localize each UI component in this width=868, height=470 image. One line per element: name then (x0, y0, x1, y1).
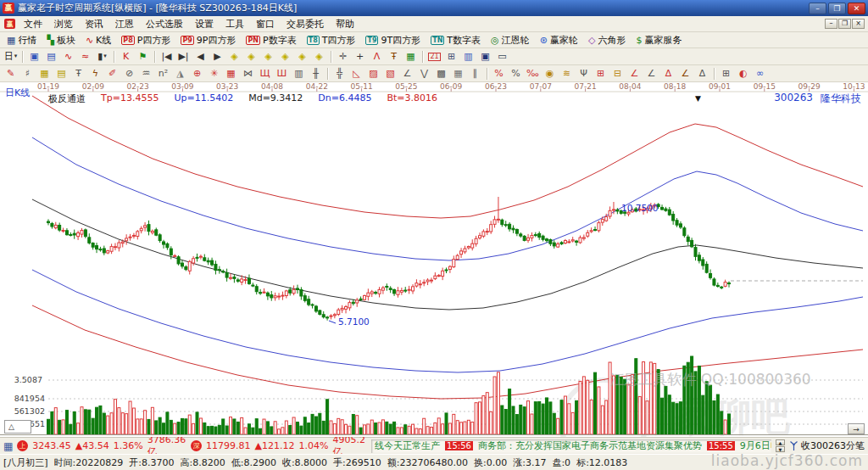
menu-file[interactable]: 文件 (18, 17, 48, 31)
nav-prev-tool-button[interactable]: ◀ (192, 49, 209, 64)
menu-tools[interactable]: 工具 (220, 17, 250, 31)
shaded-box-a-tool-button[interactable]: ▨ (365, 66, 381, 81)
angle-5-tool-button[interactable]: ∆ (694, 66, 710, 81)
nav-next-tool-button[interactable]: ▶ (209, 49, 225, 64)
angle-2-tool-button[interactable]: ∠ (643, 66, 659, 81)
winner-wheel-button[interactable]: ⊛赢家轮 (536, 33, 582, 48)
hexagon-button[interactable]: ◇六角形 (584, 33, 630, 48)
winner-service-button[interactable]: $赢家服务 (632, 33, 686, 48)
p-table-button[interactable]: PNP数字表 (242, 33, 300, 48)
curve-5-tool-button[interactable]: ϟ (87, 66, 103, 81)
gann-text-tool-button[interactable]: Ŧ (386, 49, 402, 64)
gold-grid-tool-button[interactable]: ⊟ (609, 66, 626, 81)
gold-circle-tool-button[interactable]: ◉ (542, 66, 558, 81)
t-table-button[interactable]: TNT数字表 (426, 33, 485, 48)
diamond-h-tool-button[interactable]: ◈ (260, 49, 276, 64)
ticker-up-button[interactable]: ▲ (776, 439, 785, 445)
ticker-down-button[interactable]: ▼ (776, 446, 785, 452)
slash-lines-tool-button[interactable]: ∥ (467, 66, 483, 81)
chart-canvas[interactable]: 01-1902-0902-2303-0903-2304-0804-2205-11… (0, 82, 868, 437)
gold-bars-tool-button[interactable]: ≋ (559, 66, 575, 81)
gann-box-a-tool-button[interactable]: ▦ (36, 66, 53, 81)
hatch-lines-tool-button[interactable]: ♯ (19, 66, 36, 81)
restore-button[interactable]: ❐ (828, 3, 846, 14)
shanghai-index-icon[interactable]: 上 (17, 440, 28, 451)
candle-style-tool-button[interactable]: ▮▾ (94, 49, 110, 64)
k-chart-tool-button[interactable]: K (118, 49, 134, 64)
angle-4-tool-button[interactable]: ∠ (677, 66, 693, 81)
panel-board-tool-button[interactable]: ▥ (460, 49, 476, 64)
red-grid-box-tool-button[interactable]: ▦ (223, 66, 239, 81)
mdi-minimize-button[interactable]: – (825, 19, 837, 29)
9p-square-button[interactable]: P99P四方形 (176, 33, 240, 48)
yin-yang-tool-button[interactable]: ◐ (735, 66, 751, 81)
nav-first-tool-button[interactable]: |◀ (159, 49, 175, 64)
t-bars-tool-button[interactable]: ╫ (308, 66, 324, 81)
fan-rays-tool-button[interactable]: ◺ (348, 66, 364, 81)
green-grid-tool-button[interactable]: ▦ (403, 49, 419, 64)
workstation-tool-button[interactable]: ▭ (494, 49, 510, 64)
menu-window[interactable]: 窗口 (250, 17, 281, 31)
wave-double-tool-button[interactable]: ≈ (77, 49, 93, 64)
wave-label-tool-button[interactable]: Λ (369, 49, 385, 64)
angle-pen-tool-button[interactable]: ∠ (399, 66, 415, 81)
sort-pen-tool-button[interactable]: Ψ (576, 66, 592, 81)
p-square-button[interactable]: P8P四方形 (117, 33, 175, 48)
info-panel-tool-button[interactable]: ▤ (43, 49, 59, 64)
diamond-right-tool-button[interactable]: ◈ (243, 49, 259, 64)
period-day-tool-button[interactable]: 日▾ (3, 49, 19, 64)
mdi-close-button[interactable]: × (852, 19, 865, 29)
shaded-box-b-tool-button[interactable]: ▧ (382, 66, 398, 81)
shaded-grid-tool-button[interactable]: ▦ (450, 66, 466, 81)
pagoda-b-tool-button[interactable]: Ш (274, 66, 290, 81)
menu-formula-stock-pick[interactable]: 公式选股 (140, 17, 189, 31)
scroll-right-button[interactable]: → (848, 423, 865, 434)
menu-help[interactable]: 帮助 (330, 17, 360, 31)
zoom-window-tool-button[interactable]: ▣ (26, 49, 42, 64)
mdi-restore-button[interactable]: ❐ (838, 19, 851, 29)
circle-slash-tool-button[interactable]: ⊘ (121, 66, 137, 81)
pencil-tool-button[interactable]: ✎ (3, 66, 19, 81)
protractor-tool-button[interactable]: ◮ (172, 66, 188, 81)
calculator-tool-button[interactable]: ⊞ (443, 49, 459, 64)
menu-gann[interactable]: 江恩 (109, 17, 140, 31)
diamond-left-tool-button[interactable]: ◈ (226, 49, 242, 64)
close-button[interactable]: ✕ (848, 3, 865, 14)
crosshair-tool-button[interactable]: + (352, 49, 368, 64)
diamond-v-tool-button[interactable]: ◈ (277, 49, 293, 64)
percent-tool-button[interactable]: % (508, 66, 524, 81)
quotes-button[interactable]: ▦行情 (3, 33, 41, 48)
circle-cross-tool-button[interactable]: ⊕ (189, 66, 205, 81)
shenzhen-index-icon[interactable]: 深 (191, 440, 202, 451)
infinity-tool-button[interactable]: ∞ (752, 66, 768, 81)
wide-grid-tool-button[interactable]: ▥ (291, 66, 307, 81)
angle-1-tool-button[interactable]: ∠ (626, 66, 643, 81)
flat-grid-tool-button[interactable]: ⊞ (593, 66, 609, 81)
hand-tool-tool-button[interactable]: ✛ (335, 49, 351, 64)
percent-line-tool-button[interactable]: % (491, 66, 507, 81)
gann-box-b-tool-button[interactable]: ▤ (53, 66, 70, 81)
kline-button[interactable]: ∿K线 (81, 33, 115, 48)
t-square-button[interactable]: T8T四方形 (303, 33, 360, 48)
permille-tool-button[interactable]: ‰ (525, 66, 541, 81)
9t-square-button[interactable]: T99T四方形 (361, 33, 425, 48)
w-angle-tool-button[interactable]: ⋈ (240, 66, 256, 81)
dense-grid-tool-button[interactable]: ▩ (433, 66, 449, 81)
expand-volume-button[interactable]: △ (4, 420, 31, 434)
n-squared-tool-button[interactable]: n² (155, 66, 171, 81)
check-lines-tool-button[interactable]: ⋁ (416, 66, 432, 81)
dense-hatch-tool-button[interactable]: ♒ (138, 66, 154, 81)
menu-settings[interactable]: 设置 (189, 17, 220, 31)
menu-trade-entrust[interactable]: 交易委托 (281, 17, 330, 31)
pagoda-a-tool-button[interactable]: Щ (257, 66, 273, 81)
tick-feed[interactable]: 收300263分笔 (789, 439, 865, 452)
table-grid-tool-button[interactable]: ⊞ (718, 66, 734, 81)
star-rays-tool-button[interactable]: ✳ (206, 66, 222, 81)
sectors-button[interactable]: ▚板块 (42, 33, 79, 48)
diamond-cross-tool-button[interactable]: ◈ (294, 49, 310, 64)
pen-ruler-tool-button[interactable]: ✐ (104, 66, 120, 81)
market-table-icon[interactable]: ▦ (3, 440, 13, 452)
menu-news[interactable]: 资讯 (79, 17, 109, 31)
calendar-21-tool-button[interactable]: 21 (426, 49, 442, 64)
nav-last-tool-button[interactable]: ▶| (175, 49, 192, 64)
